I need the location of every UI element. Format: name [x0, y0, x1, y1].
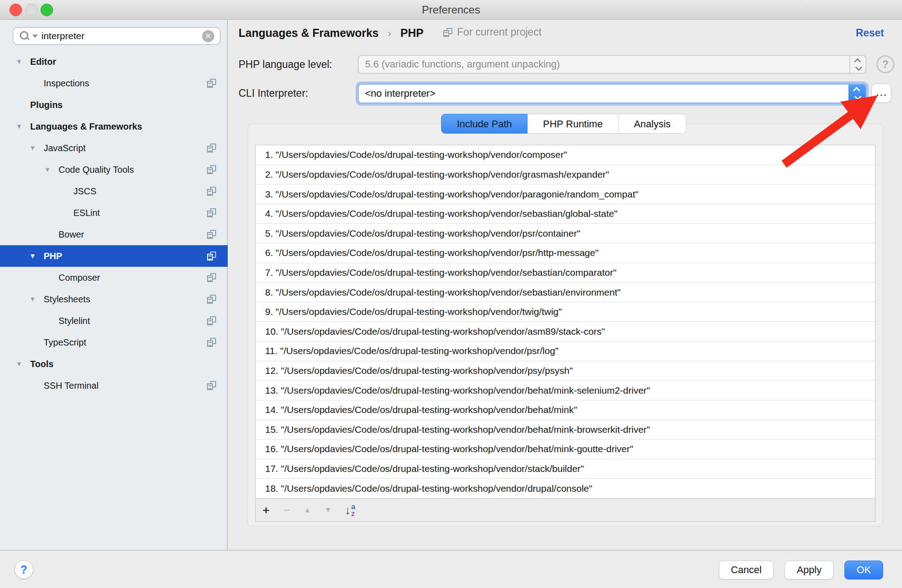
scope-indicator: For current project: [443, 26, 541, 38]
include-path-row[interactable]: 5. "/Users/opdavies/Code/os/drupal-testi…: [256, 224, 875, 243]
include-path-row[interactable]: 17. "/Users/opdavies/Code/os/drupal-test…: [256, 459, 875, 479]
sidebar-item-stylesheets[interactable]: ▼Stylesheets: [0, 288, 228, 310]
settings-search-input[interactable]: interpreter ✕: [13, 27, 221, 45]
project-settings-icon: [207, 165, 216, 174]
move-down-button: ▼: [318, 499, 338, 521]
footer-buttons: CancelApplyOK: [719, 561, 883, 579]
apply-button[interactable]: Apply: [785, 561, 834, 579]
tab-include-path[interactable]: Include Path: [441, 114, 528, 134]
breadcrumb-languages-frameworks[interactable]: Languages & Frameworks: [239, 27, 379, 39]
include-path-row[interactable]: 7. "/Users/opdavies/Code/os/drupal-testi…: [256, 263, 875, 283]
project-settings-icon: [207, 79, 216, 88]
expand-collapse-icon[interactable]: ▼: [29, 137, 36, 159]
remove-button: −: [276, 499, 297, 521]
sidebar-item-bower[interactable]: Bower: [0, 224, 228, 245]
include-path-row[interactable]: 2. "/Users/opdavies/Code/os/drupal-testi…: [256, 165, 875, 185]
include-path-row[interactable]: 11. "/Users/opdavies/Code/os/drupal-test…: [256, 341, 875, 361]
language-level-value: 5.6 (variadic functions, argument unpack…: [359, 58, 849, 70]
language-level-select[interactable]: 5.6 (variadic functions, argument unpack…: [358, 55, 866, 74]
sidebar-item-label: JSCS: [73, 180, 96, 202]
project-settings-icon: [207, 381, 216, 390]
sidebar-item-jscs[interactable]: JSCS: [0, 180, 228, 202]
search-options-caret-icon[interactable]: [32, 35, 38, 38]
include-path-row[interactable]: 15. "/Users/opdavies/Code/os/drupal-test…: [256, 420, 875, 440]
language-level-help-button[interactable]: ?: [876, 55, 894, 73]
ok-button[interactable]: OK: [844, 561, 883, 579]
include-path-row[interactable]: 3. "/Users/opdavies/Code/os/drupal-testi…: [256, 184, 875, 204]
expand-collapse-icon[interactable]: ▼: [29, 245, 36, 267]
sidebar-item-stylelint[interactable]: Stylelint: [0, 310, 228, 332]
sidebar-item-ssh-terminal[interactable]: SSH Terminal: [0, 375, 228, 396]
sidebar-item-php[interactable]: ▼PHP: [0, 245, 228, 267]
sidebar-item-javascript[interactable]: ▼JavaScript: [0, 137, 228, 159]
sidebar-item-label: Code Quality Tools: [59, 159, 134, 180]
move-up-button: ▲: [297, 499, 318, 521]
sidebar-item-label: JavaScript: [44, 137, 86, 159]
include-path-row[interactable]: 13. "/Users/opdavies/Code/os/drupal-test…: [256, 381, 875, 400]
sidebar-item-plugins[interactable]: Plugins: [0, 94, 228, 116]
include-path-row[interactable]: 18. "/Users/opdavies/Code/os/drupal-test…: [256, 479, 875, 498]
settings-tree: ▼EditorInspectionsPlugins▼Languages & Fr…: [0, 51, 227, 396]
cli-interpreter-select[interactable]: <no interpreter>: [358, 84, 866, 103]
project-settings-icon: [207, 208, 216, 217]
include-path-row[interactable]: 1. "/Users/opdavies/Code/os/drupal-testi…: [256, 145, 875, 165]
tab-analysis[interactable]: Analysis: [618, 114, 686, 134]
project-settings-icon: [207, 338, 216, 347]
sidebar-item-label: Plugins: [30, 94, 63, 116]
sidebar-item-label: Editor: [30, 51, 56, 72]
breadcrumb-php: PHP: [400, 27, 423, 39]
sidebar-item-tools[interactable]: ▼Tools: [0, 353, 228, 375]
cli-interpreter-stepper-icon[interactable]: [848, 85, 866, 103]
include-path-row[interactable]: 16. "/Users/opdavies/Code/os/drupal-test…: [256, 440, 875, 459]
search-query-text[interactable]: interpreter: [41, 31, 202, 41]
sidebar-item-typescript[interactable]: TypeScript: [0, 332, 228, 353]
language-level-label: PHP language level:: [239, 58, 332, 71]
expand-collapse-icon[interactable]: ▼: [16, 116, 23, 137]
help-button[interactable]: ?: [14, 560, 33, 579]
tab-php-runtime[interactable]: PHP Runtime: [528, 114, 618, 134]
sidebar-item-composer[interactable]: Composer: [0, 267, 228, 288]
sidebar-item-inspections[interactable]: Inspections: [0, 72, 228, 94]
sidebar-item-label: Languages & Frameworks: [30, 116, 142, 137]
expand-collapse-icon[interactable]: ▼: [29, 288, 36, 310]
expand-collapse-icon[interactable]: ▼: [16, 353, 23, 375]
include-path-list: 1. "/Users/opdavies/Code/os/drupal-testi…: [256, 145, 875, 498]
sidebar-item-languages-frameworks[interactable]: ▼Languages & Frameworks: [0, 116, 228, 137]
expand-collapse-icon[interactable]: ▼: [16, 51, 23, 72]
sidebar-item-eslint[interactable]: ESLint: [0, 202, 228, 224]
sidebar-item-editor[interactable]: ▼Editor: [0, 51, 228, 72]
search-icon: [19, 30, 31, 42]
sidebar-item-label: Tools: [30, 353, 54, 375]
include-path-row[interactable]: 4. "/Users/opdavies/Code/os/drupal-testi…: [256, 204, 875, 224]
include-path-row[interactable]: 8. "/Users/opdavies/Code/os/drupal-testi…: [256, 283, 875, 302]
php-settings-tabs: Include PathPHP RuntimeAnalysis: [441, 114, 686, 134]
include-path-row[interactable]: 12. "/Users/opdavies/Code/os/drupal-test…: [256, 361, 875, 381]
project-settings-icon: [207, 187, 216, 196]
include-path-row[interactable]: 9. "/Users/opdavies/Code/os/drupal-testi…: [256, 302, 875, 322]
reset-link[interactable]: Reset: [856, 27, 884, 39]
cli-interpreter-label: CLI Interpreter:: [239, 87, 308, 99]
breadcrumb-separator: ›: [388, 28, 391, 39]
sidebar-item-label: PHP: [44, 245, 62, 267]
dialog-footer: ? CancelApplyOK: [0, 550, 902, 588]
cancel-button[interactable]: Cancel: [719, 561, 774, 579]
sidebar-item-label: Composer: [59, 267, 100, 288]
window-title: Preferences: [0, 0, 902, 20]
scope-label: For current project: [457, 26, 541, 38]
include-path-row[interactable]: 6. "/Users/opdavies/Code/os/drupal-testi…: [256, 243, 875, 263]
add-button[interactable]: +: [256, 499, 276, 521]
sidebar-item-label: Inspections: [44, 72, 89, 94]
sidebar-item-label: Stylelint: [59, 310, 90, 332]
list-toolbar: +−▲▼↓az: [256, 498, 875, 521]
sidebar-item-code-quality-tools[interactable]: ▼Code Quality Tools: [0, 159, 228, 180]
sort-alphabetically-button[interactable]: ↓az: [345, 503, 355, 517]
include-path-listbox: 1. "/Users/opdavies/Code/os/drupal-testi…: [255, 145, 875, 522]
sidebar-item-label: Bower: [59, 224, 84, 245]
expand-collapse-icon[interactable]: ▼: [44, 159, 51, 180]
include-path-row[interactable]: 14. "/Users/opdavies/Code/os/drupal-test…: [256, 400, 875, 420]
clear-search-button[interactable]: ✕: [202, 30, 214, 42]
language-level-stepper-icon[interactable]: [849, 56, 866, 73]
cli-interpreter-browse-button[interactable]: …: [871, 84, 891, 103]
sort-arrow-icon: ↓: [345, 503, 351, 517]
include-path-row[interactable]: 10. "/Users/opdavies/Code/os/drupal-test…: [256, 322, 875, 341]
